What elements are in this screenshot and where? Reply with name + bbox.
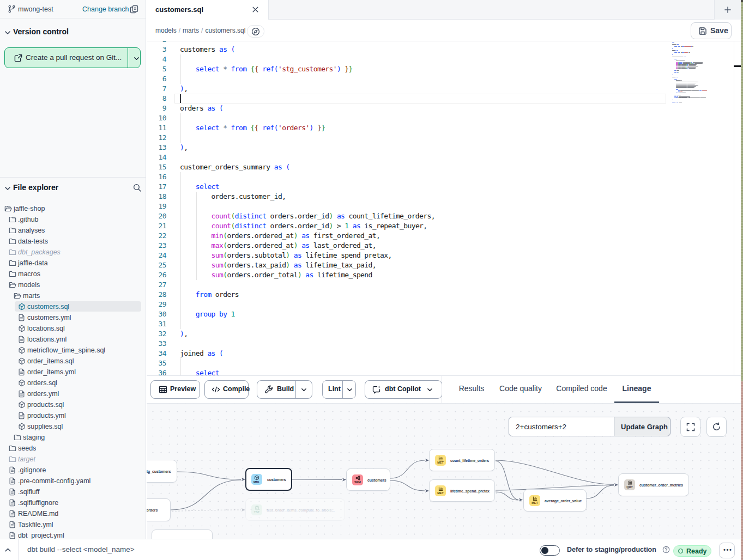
- tab-compiled-code[interactable]: Compiled code: [556, 384, 607, 393]
- lineage-selector-input[interactable]: 2+customers+2: [509, 417, 614, 436]
- version-control-header[interactable]: Version control: [0, 26, 146, 38]
- tree-item-locations.sql[interactable]: locations.sql: [0, 323, 146, 334]
- tab-lineage[interactable]: Lineage: [623, 384, 651, 393]
- tab-customers-sql[interactable]: customers.sql: [147, 0, 269, 20]
- tree-item-seeds[interactable]: seeds: [0, 443, 146, 454]
- folder-open-icon: [14, 292, 21, 300]
- defer-toggle[interactable]: [540, 545, 560, 556]
- code-icon: [212, 385, 220, 394]
- more-options-button[interactable]: •••: [719, 543, 735, 558]
- tree-item-marts[interactable]: marts: [0, 290, 146, 301]
- lineage-node-customers_sem[interactable]: SEMcustomers: [346, 468, 390, 491]
- code-line-15: 15customer_orders_summary as (: [147, 162, 741, 172]
- tree-item-analyses[interactable]: analyses: [0, 225, 146, 236]
- dbt-copilot-button[interactable]: dbt Copilot: [365, 380, 442, 399]
- tree-item-dbt_packages[interactable]: dbt_packages: [0, 247, 146, 258]
- chevron-up-icon[interactable]: [4, 546, 11, 553]
- lineage-node-average_order_value[interactable]: METaverage_order_value: [523, 489, 587, 512]
- doc-icon: [9, 488, 16, 496]
- tree-item-target[interactable]: target: [0, 454, 146, 465]
- tree-item-customers.sql[interactable]: customers.sql: [0, 301, 146, 312]
- folder-icon: [9, 259, 16, 267]
- tree-item-products.yml[interactable]: products.yml: [0, 410, 146, 421]
- tree-item-orders.yml[interactable]: orders.yml: [0, 388, 146, 399]
- tree-item-.sqlfluffignore[interactable]: .sqlfluffignore: [0, 497, 146, 508]
- preview-button[interactable]: Preview: [150, 380, 200, 399]
- tree-item-locations.yml[interactable]: locations.yml: [0, 334, 146, 345]
- plus-icon[interactable]: [724, 7, 731, 13]
- divider: [295, 381, 296, 398]
- tree-item-label: README.md: [18, 510, 58, 518]
- minimap[interactable]: [672, 42, 733, 151]
- defer-label: Defer to staging/production: [567, 546, 656, 553]
- code-line-11: 11 select * from {{ ref('orders') }}: [147, 123, 741, 133]
- tree-item-orders.sql[interactable]: orders.sql: [0, 378, 146, 388]
- tree-item-label: locations.sql: [27, 325, 65, 332]
- command-input[interactable]: dbt build --select <model_name>: [27, 545, 135, 553]
- lineage-node-count_lifetime_orders[interactable]: METcount_lifetime_orders: [429, 449, 495, 471]
- code-line-35: 35: [147, 358, 741, 368]
- line-number: 15: [147, 162, 166, 172]
- fullscreen-button[interactable]: [680, 417, 700, 437]
- breadcrumb-segment[interactable]: customers.sql: [205, 27, 245, 34]
- help-icon[interactable]: [662, 546, 670, 553]
- breadcrumb-segment[interactable]: marts: [183, 27, 199, 34]
- tree-item-macros[interactable]: macros: [0, 269, 146, 279]
- lineage-node-stg_customers[interactable]: MDLstg_customers: [147, 460, 177, 483]
- qry-icon: [627, 480, 632, 485]
- lineage-node-test_node[interactable]: TSTtest_order_items_compute_to_bools...: [245, 498, 345, 521]
- lineage-node-orders_src[interactable]: MDLorders: [147, 498, 171, 521]
- tree-item-.github[interactable]: .github: [0, 214, 146, 225]
- tree-item-Taskfile.yml[interactable]: Taskfile.yml: [0, 519, 146, 530]
- breadcrumb-separator: /: [199, 27, 205, 34]
- compile-button[interactable]: Compile: [204, 380, 249, 399]
- refresh-button[interactable]: [706, 417, 727, 437]
- change-branch-link[interactable]: Change branch: [82, 5, 129, 13]
- tree-item-.pre-commit-config.yaml[interactable]: .pre-commit-config.yaml: [0, 476, 146, 486]
- tree-item-customers.yml[interactable]: customers.yml: [0, 312, 146, 323]
- save-button[interactable]: Save: [691, 22, 732, 39]
- search-icon[interactable]: [132, 183, 142, 192]
- tab-results[interactable]: Results: [459, 384, 485, 393]
- lint-button[interactable]: Lint: [322, 380, 356, 399]
- chevron-down-icon[interactable]: [134, 56, 140, 62]
- tree-item-label: .github: [18, 216, 39, 223]
- tree-item-order_items.yml[interactable]: order_items.yml: [0, 367, 146, 378]
- update-graph-button[interactable]: Update Graph: [614, 417, 670, 436]
- tree-item-models[interactable]: models: [0, 279, 146, 290]
- breadcrumb-segment[interactable]: models: [155, 27, 177, 34]
- tree-item-label: orders.sql: [27, 379, 57, 387]
- tree-item-dbt_project.yml[interactable]: dbt_project.yml: [0, 530, 146, 539]
- close-icon[interactable]: [252, 6, 259, 13]
- doc-icon: [9, 466, 16, 474]
- tree-item-data-tests[interactable]: data-tests: [0, 236, 146, 247]
- build-button[interactable]: Build: [257, 380, 312, 399]
- lineage-node-lifetime_spend_pretax[interactable]: METlifetime_spend_pretax: [429, 479, 495, 502]
- tree-item-staging[interactable]: staging: [0, 432, 146, 443]
- branch-row: mwong-test Change branch: [0, 0, 146, 19]
- tree-item-order_items.sql[interactable]: order_items.sql: [0, 356, 146, 367]
- lineage-node-customers_mdl[interactable]: MDLcustomers: [245, 468, 292, 491]
- tree-item-.sqlfluff[interactable]: .sqlfluff: [0, 486, 146, 497]
- tree-item-metricflow_time_spine.sql[interactable]: metricflow_time_spine.sql: [0, 345, 146, 356]
- lineage-node-partial[interactable]: [152, 529, 213, 539]
- tree-item-products.sql[interactable]: products.sql: [0, 399, 146, 410]
- doc-icon: [9, 532, 16, 539]
- tree-item-jaffle-shop[interactable]: jaffle-shop: [0, 203, 146, 214]
- chevron-down-icon[interactable]: [347, 387, 353, 393]
- copy-icon[interactable]: [130, 5, 138, 14]
- tree-item-.gitignore[interactable]: .gitignore: [0, 465, 146, 476]
- lineage-node-customer_order_metrics[interactable]: QRYcustomer_order_metrics: [618, 473, 689, 496]
- tree-item-README.md[interactable]: README.md: [0, 508, 146, 519]
- tab-code-quality[interactable]: Code quality: [499, 384, 542, 393]
- code-editor[interactable]: 1with23customers as (45 select * from {{…: [147, 41, 741, 376]
- chevron-down-icon[interactable]: [301, 387, 307, 393]
- model-lens-button[interactable]: [247, 25, 264, 38]
- file-explorer-header[interactable]: File explorer: [0, 182, 146, 194]
- chevron-down-icon[interactable]: [427, 387, 433, 393]
- line-number: 27: [147, 280, 166, 290]
- tree-item-supplies.sql[interactable]: supplies.sql: [0, 421, 146, 432]
- create-pr-button[interactable]: Create a pull request on Git...: [4, 47, 141, 68]
- tree-item-jaffle-data[interactable]: jaffle-data: [0, 258, 146, 269]
- code-line-31: 31: [147, 319, 741, 329]
